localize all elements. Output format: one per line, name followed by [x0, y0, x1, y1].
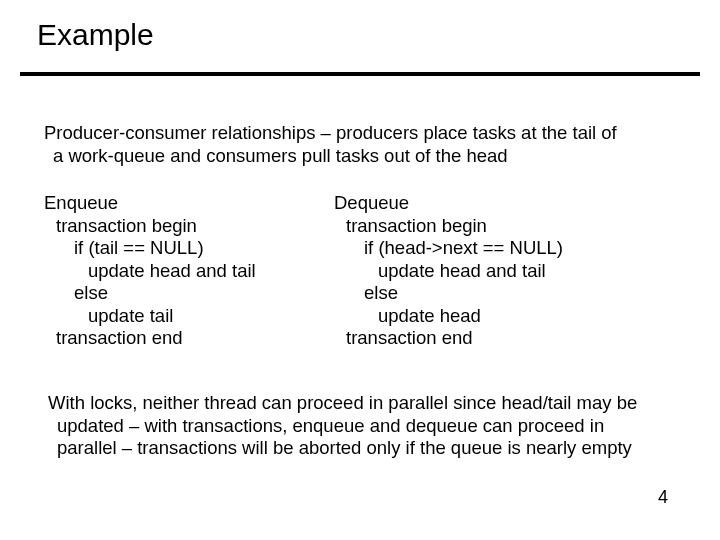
enqueue-line: transaction begin: [56, 215, 256, 238]
horizontal-rule: [20, 72, 700, 76]
intro-line-1: Producer-consumer relationships – produc…: [44, 122, 684, 145]
intro-paragraph: Producer-consumer relationships – produc…: [44, 122, 684, 167]
dequeue-line: transaction begin: [346, 215, 563, 238]
enqueue-block: Enqueue transaction begin if (tail == NU…: [44, 192, 256, 350]
dequeue-line: transaction end: [346, 327, 563, 350]
page-number: 4: [658, 487, 668, 508]
enqueue-line: update head and tail: [88, 260, 256, 283]
dequeue-line: else: [364, 282, 563, 305]
enqueue-line: else: [74, 282, 256, 305]
enqueue-title: Enqueue: [44, 192, 256, 215]
dequeue-line: update head: [378, 305, 563, 328]
slide: Example Producer-consumer relationships …: [0, 0, 720, 540]
summary-line-2: updated – with transactions, enqueue and…: [57, 415, 684, 438]
enqueue-line: transaction end: [56, 327, 256, 350]
enqueue-line: update tail: [88, 305, 256, 328]
summary-paragraph: With locks, neither thread can proceed i…: [48, 392, 684, 460]
intro-line-2: a work-queue and consumers pull tasks ou…: [53, 145, 684, 168]
slide-title: Example: [37, 18, 154, 52]
summary-line-1: With locks, neither thread can proceed i…: [48, 392, 684, 415]
dequeue-title: Dequeue: [334, 192, 563, 215]
dequeue-line: update head and tail: [378, 260, 563, 283]
dequeue-block: Dequeue transaction begin if (head->next…: [334, 192, 563, 350]
enqueue-line: if (tail == NULL): [74, 237, 256, 260]
dequeue-line: if (head->next == NULL): [364, 237, 563, 260]
summary-line-3: parallel – transactions will be aborted …: [57, 437, 684, 460]
